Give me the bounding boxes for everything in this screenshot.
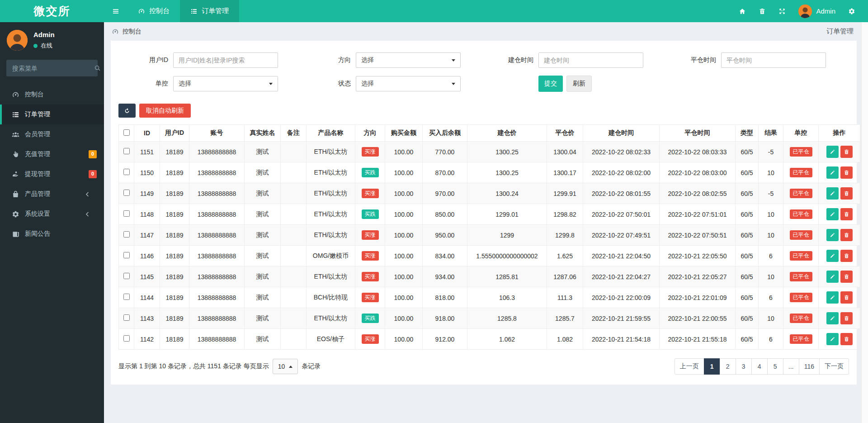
control-status-badge: 已平仓 — [790, 168, 812, 178]
cell-open-time: 2022-10-21 22:00:09 — [583, 287, 660, 308]
sidebar-item[interactable]: 充值管理0 — [0, 144, 104, 164]
row-checkbox[interactable] — [123, 335, 130, 342]
cell-balance-after: 918.00 — [423, 308, 467, 329]
column-header: 账号 — [189, 125, 245, 142]
cell-control: 已平仓 — [783, 287, 819, 308]
filter-input[interactable] — [721, 52, 826, 68]
sidebar-item[interactable]: 会员管理 — [0, 124, 104, 144]
delete-button[interactable] — [840, 271, 853, 283]
cell-close-time: 2022-10-21 22:01:09 — [660, 287, 736, 308]
row-checkbox[interactable] — [123, 231, 130, 238]
sidebar-item[interactable]: 控制台 — [0, 85, 104, 105]
navbar-right: Admin — [732, 0, 868, 22]
row-checkbox[interactable] — [123, 190, 130, 196]
filter-label: 建仓时间 — [484, 56, 533, 64]
pagination-page[interactable]: 5 — [767, 358, 783, 375]
edit-button[interactable] — [826, 291, 839, 304]
refresh-button[interactable]: 刷新 — [566, 76, 592, 92]
cell-balance-after: 818.00 — [423, 287, 467, 308]
cell-close-price: 1300.04 — [547, 142, 583, 162]
pagination-prev[interactable]: 上一页 — [675, 358, 704, 375]
pagination-page[interactable]: 4 — [751, 358, 768, 375]
page-size-dropdown[interactable]: 10 — [273, 359, 298, 374]
edit-button[interactable] — [826, 271, 839, 283]
scrollbar-track[interactable] — [861, 22, 868, 423]
select-all-checkbox[interactable] — [123, 129, 130, 136]
trash-button[interactable] — [752, 0, 772, 22]
cell-direction: 买涨 — [355, 287, 385, 308]
cell-open-time: 2022-10-22 08:02:33 — [583, 142, 660, 162]
sidebar-search-input[interactable] — [12, 65, 94, 72]
filter-label: 平仓时间 — [666, 56, 716, 64]
edit-button[interactable] — [826, 187, 839, 200]
delete-button[interactable] — [840, 229, 853, 241]
sidebar-item[interactable]: 提现管理0 — [0, 164, 104, 184]
filter-field: 单控选择 — [118, 76, 301, 92]
cancel-auto-refresh-button[interactable]: 取消自动刷新 — [139, 104, 191, 118]
breadcrumb[interactable]: 控制台 — [112, 28, 142, 36]
pagination-page[interactable]: 1 — [704, 358, 720, 375]
cell-user-id: 18189 — [160, 183, 189, 204]
cell-actions — [819, 329, 860, 350]
row-checkbox[interactable] — [123, 169, 130, 175]
search-icon[interactable] — [94, 65, 101, 72]
pagination-page[interactable]: 2 — [720, 358, 736, 375]
sidebar-item[interactable]: 产品管理 — [0, 184, 104, 204]
row-checkbox[interactable] — [123, 210, 130, 217]
app-logo[interactable]: 微交所 — [0, 0, 104, 22]
filter-input[interactable] — [173, 52, 278, 68]
pagination-next[interactable]: 下一页 — [819, 358, 849, 375]
refresh-table-button[interactable] — [118, 104, 136, 118]
delete-button[interactable] — [840, 208, 853, 220]
sidebar-item[interactable]: 订单管理 — [0, 105, 104, 124]
delete-button[interactable] — [840, 146, 853, 158]
sidebar-toggle-button[interactable] — [104, 0, 127, 22]
delete-button[interactable] — [840, 312, 853, 324]
cell-balance-after: 934.00 — [423, 266, 467, 287]
edit-button[interactable] — [826, 146, 839, 158]
edit-button[interactable] — [826, 166, 839, 179]
cell-result: 10 — [759, 225, 783, 246]
delete-button[interactable] — [840, 250, 853, 262]
table-row: 11491818913888888888测试ETH/以太坊买涨100.00970… — [119, 183, 860, 204]
home-button[interactable] — [732, 0, 752, 22]
row-checkbox[interactable] — [123, 148, 130, 154]
filter-select[interactable]: 选择 — [356, 52, 461, 68]
nav-tab[interactable]: 订单管理 — [180, 0, 239, 22]
settings-gears-button[interactable] — [842, 0, 862, 22]
filter-input[interactable] — [538, 52, 643, 68]
cell-result: 10 — [759, 308, 783, 329]
online-status-label: 在线 — [41, 42, 52, 50]
filter-select[interactable]: 选择 — [356, 76, 461, 91]
row-checkbox[interactable] — [123, 273, 130, 279]
user-menu[interactable]: Admin — [792, 5, 842, 18]
edit-button[interactable] — [826, 312, 839, 324]
row-checkbox[interactable] — [123, 314, 130, 321]
cell-close-time: 2022-10-21 22:05:27 — [660, 266, 736, 287]
sidebar-item-label: 产品管理 — [25, 190, 50, 198]
edit-button[interactable] — [826, 333, 839, 345]
sidebar-item-badge: 0 — [89, 170, 97, 178]
cell-close-time: 2022-10-22 07:51:01 — [660, 204, 736, 225]
edit-button[interactable] — [826, 229, 839, 241]
pagination-page[interactable]: 3 — [736, 358, 752, 375]
filter-select[interactable]: 选择 — [173, 76, 278, 91]
edit-button[interactable] — [826, 208, 839, 220]
delete-button[interactable] — [840, 166, 853, 179]
delete-button[interactable] — [840, 333, 853, 345]
submit-button[interactable]: 提交 — [538, 76, 563, 92]
delete-button[interactable] — [840, 291, 853, 304]
row-checkbox[interactable] — [123, 294, 130, 300]
cell-product: ETH/以太坊 — [307, 162, 355, 183]
sidebar-item[interactable]: 系统设置 — [0, 204, 104, 224]
edit-button[interactable] — [826, 250, 839, 262]
nav-tab[interactable]: 控制台 — [127, 0, 180, 22]
sidebar-item[interactable]: 新闻公告 — [0, 224, 104, 244]
filter-field: 状态选择 — [301, 76, 484, 92]
delete-button[interactable] — [840, 187, 853, 200]
filter-form: 用户ID方向选择建仓时间平仓时间单控选择状态选择提交刷新 — [118, 52, 849, 92]
pagination-page[interactable]: 116 — [799, 358, 820, 375]
expand-button[interactable] — [772, 0, 792, 22]
row-checkbox[interactable] — [123, 252, 130, 258]
control-status-badge: 已平仓 — [790, 147, 812, 157]
